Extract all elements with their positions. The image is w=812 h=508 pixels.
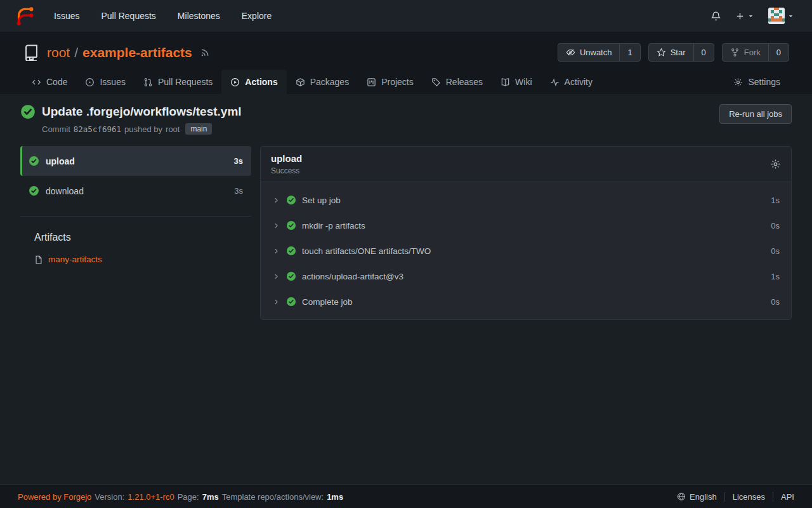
chevron-down-icon [747,13,754,20]
nav-item-issues[interactable]: Issues [43,0,90,32]
issue-icon [85,77,95,87]
commit-sha[interactable]: 82a5cf6961 [74,124,121,134]
tab-pull-requests[interactable]: Pull Requests [134,70,221,94]
tab-packages[interactable]: Packages [287,70,358,94]
stars-count[interactable]: 0 [693,44,714,61]
repo-name-link[interactable]: example-artifacts [82,45,192,60]
artifact-item[interactable]: many-artifacts [34,255,251,264]
step-success-check-icon [286,246,296,256]
pusher-link[interactable]: root [166,124,180,134]
repo-tabs: Code Issues Pull Requests Actions P [23,70,789,94]
licenses-link[interactable]: Licenses [724,492,773,502]
user-menu[interactable] [763,4,799,28]
step-row[interactable]: Complete job 0s [261,289,791,314]
chevron-right-icon [272,222,280,230]
step-duration: 0s [771,221,780,231]
chevron-right-icon [272,272,280,281]
jobs-sidebar: upload 3s download 3s Artifacts m [20,146,251,264]
tab-projects[interactable]: Projects [358,70,422,94]
step-duration: 1s [771,196,780,205]
step-success-check-icon [286,220,296,231]
step-row[interactable]: mkdir -p artifacts 0s [261,213,791,238]
repo-header: root / example-artifacts Unwatch 1 [0,32,812,94]
repo-owner-link[interactable]: root [47,45,70,60]
watchers-count[interactable]: 1 [619,44,639,61]
job-name: upload [46,156,75,166]
api-link[interactable]: API [773,492,794,502]
fork-button[interactable]: Fork [723,44,768,61]
step-row[interactable]: Set up job 1s [261,187,791,213]
star-button[interactable]: Star [649,44,693,61]
job-detail-title: upload [271,153,302,164]
step-duration: 1s [771,272,780,281]
run-title: Update .forgejo/workflows/test.yml [42,105,242,119]
step-label: actions/upload-artifact@v3 [302,272,403,281]
tab-releases[interactable]: Releases [422,70,492,94]
git-pull-request-icon [143,77,153,87]
avatar [768,8,785,24]
step-row[interactable]: touch artifacts/ONE artifacts/TWO 0s [261,238,791,264]
step-row[interactable]: actions/upload-artifact@v3 1s [261,264,791,289]
commit-label: Commit [42,124,70,134]
plus-icon [735,11,745,21]
template-time-label: Template repo/actions/view: [222,492,324,502]
step-label: Set up job [302,196,341,205]
fork-button-group: Fork 0 [722,43,789,62]
star-button-group: Star 0 [648,43,714,62]
step-list: Set up job 1s mkdir -p artifacts 0s touc… [261,182,791,319]
eye-off-icon [566,48,575,57]
rerun-all-jobs-button[interactable]: Re-run all jobs [719,104,792,124]
code-icon [32,77,41,87]
forgejo-logo[interactable] [14,5,36,27]
run-success-check-icon [20,104,36,119]
watch-button-group: Unwatch 1 [558,43,641,62]
page-footer: Powered by Forgejo Version: 1.21.0+1-rc0… [0,485,812,508]
chevron-right-icon [272,247,280,255]
powered-by-link[interactable]: Powered by Forgejo [18,492,91,502]
notifications-button[interactable] [705,7,726,25]
job-item-download[interactable]: download 3s [20,176,251,206]
tab-issues[interactable]: Issues [76,70,134,94]
forks-count[interactable]: 0 [768,44,789,61]
job-duration: 3s [234,156,243,166]
step-label: Complete job [302,297,353,307]
tab-actions[interactable]: Actions [221,70,286,94]
commit-line: Commit 82a5cf6961 pushed by root main [42,123,242,135]
unwatch-button[interactable]: Unwatch [558,44,620,61]
artifact-download-link[interactable]: many-artifacts [48,255,102,264]
actions-run-view: Update .forgejo/workflows/test.yml Commi… [0,94,812,485]
create-new-menu[interactable] [730,8,759,25]
rss-feed-button[interactable] [200,47,211,58]
artifacts-heading: Artifacts [34,232,251,243]
tab-settings[interactable]: Settings [724,70,789,94]
repo-path-separator: / [74,45,78,60]
navbar-right [705,4,803,28]
nav-item-milestones[interactable]: Milestones [167,0,231,32]
job-item-upload[interactable]: upload 3s [20,146,251,176]
tab-code[interactable]: Code [23,70,76,94]
identicon-avatar-icon [768,8,785,24]
top-navbar: Issues Pull Requests Milestones Explore [0,0,812,32]
step-label: mkdir -p artifacts [302,221,365,231]
tag-icon [431,77,441,87]
package-icon [296,77,305,87]
run-title-block: Update .forgejo/workflows/test.yml Commi… [20,104,242,135]
pushed-by-label: pushed by [124,124,162,134]
page-time-value: 7ms [202,492,219,502]
chevron-right-icon [272,196,280,204]
step-success-check-icon [286,195,296,205]
nav-item-explore[interactable]: Explore [231,0,282,32]
tab-wiki[interactable]: Wiki [492,70,540,94]
step-duration: 0s [771,246,780,256]
tab-activity[interactable]: Activity [541,70,601,94]
chevron-right-icon [272,298,280,306]
nav-item-pull-requests[interactable]: Pull Requests [90,0,166,32]
star-icon [657,48,666,57]
language-selector[interactable]: English [669,492,724,502]
log-settings-button[interactable] [770,159,781,170]
pulse-icon [550,77,560,87]
branch-badge[interactable]: main [185,123,212,135]
gear-icon [770,159,781,170]
template-time-value: 1ms [327,492,343,502]
page-time-label: Page: [178,492,199,502]
